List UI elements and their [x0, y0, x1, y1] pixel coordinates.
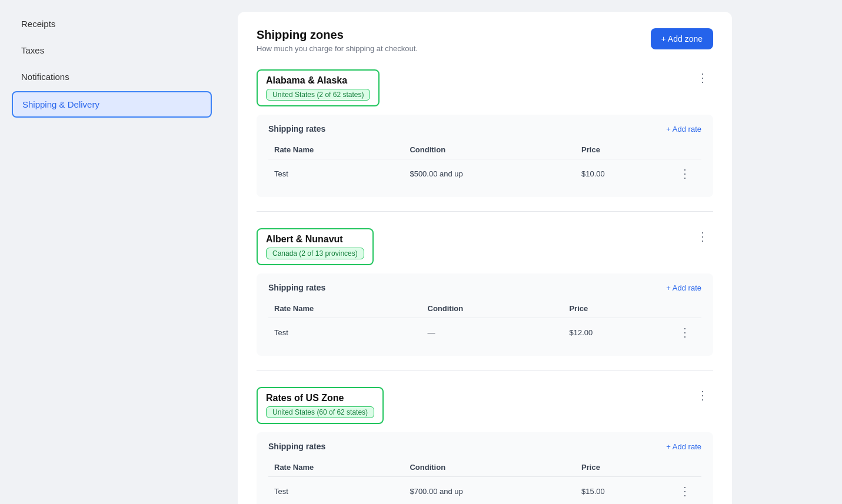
col-header-zone1-0: Rate Name — [268, 141, 404, 159]
zone-block-zone2: Albert & NunavutCanada (2 of 13 province… — [257, 228, 713, 371]
zone-tag-zone3[interactable]: Rates of US ZoneUnited States (60 of 62 … — [257, 387, 384, 424]
add-zone-button[interactable]: + Add zone — [651, 28, 713, 49]
rate-name: Test — [268, 477, 404, 505]
zone-divider — [257, 211, 713, 212]
rates-table-zone1: Rate NameConditionPriceTest$500.00 and u… — [268, 141, 701, 188]
rate-menu-button[interactable]: ⋮ — [674, 483, 695, 499]
sidebar-item-shipping-delivery[interactable]: Shipping & Delivery — [12, 91, 212, 118]
rates-header-zone1: Shipping rates+ Add rate — [268, 124, 701, 133]
page-subtitle: How much you charge for shipping at chec… — [257, 44, 418, 53]
rates-section-zone2: Shipping rates+ Add rateRate NameConditi… — [257, 273, 713, 356]
zone-menu-button-zone1[interactable]: ⋮ — [692, 69, 713, 86]
add-rate-button-zone2[interactable]: + Add rate — [666, 283, 701, 292]
rates-section-zone1: Shipping rates+ Add rateRate NameConditi… — [257, 115, 713, 197]
rates-title-zone3: Shipping rates — [268, 442, 325, 451]
rate-name: Test — [268, 318, 422, 347]
col-header-zone3-2: Price — [575, 458, 668, 477]
sidebar-item-notifications[interactable]: Notifications — [12, 65, 212, 89]
rates-table-zone3: Rate NameConditionPriceTest$700.00 and u… — [268, 458, 701, 504]
rate-name: Test — [268, 159, 404, 188]
col-header-actions — [668, 458, 701, 477]
zone-name-zone1: Alabama & Alaska — [266, 75, 370, 86]
table-row: Test—$12.00⋮ — [268, 318, 701, 347]
zone-header-zone2: Albert & NunavutCanada (2 of 13 province… — [257, 228, 713, 265]
col-header-zone3-1: Condition — [404, 458, 575, 477]
rate-condition: $500.00 and up — [404, 159, 575, 188]
table-row: Test$700.00 and up$15.00⋮ — [268, 477, 701, 505]
rates-title-zone1: Shipping rates — [268, 124, 325, 133]
rate-menu-button[interactable]: ⋮ — [674, 165, 695, 182]
sidebar-item-taxes[interactable]: Taxes — [12, 38, 212, 62]
rate-price: $10.00 — [575, 159, 668, 188]
rate-menu-button[interactable]: ⋮ — [674, 324, 695, 341]
page-title: Shipping zones — [257, 28, 418, 42]
col-header-zone2-1: Condition — [422, 299, 564, 318]
col-header-zone1-2: Price — [575, 141, 668, 159]
col-header-zone2-0: Rate Name — [268, 299, 422, 318]
zone-tag-zone1[interactable]: Alabama & AlaskaUnited States (2 of 62 s… — [257, 69, 380, 106]
content-card: Shipping zones How much you charge for s… — [238, 12, 732, 504]
add-rate-button-zone1[interactable]: + Add rate — [666, 125, 701, 133]
zone-region-zone1: United States (2 of 62 states) — [266, 89, 370, 101]
zone-name-zone3: Rates of US Zone — [266, 393, 374, 403]
zone-header-zone1: Alabama & AlaskaUnited States (2 of 62 s… — [257, 69, 713, 106]
zone-menu-button-zone2[interactable]: ⋮ — [692, 228, 713, 245]
rate-price: $15.00 — [575, 477, 668, 505]
zone-divider — [257, 370, 713, 371]
zone-header-zone3: Rates of US ZoneUnited States (60 of 62 … — [257, 387, 713, 424]
main-content: Shipping zones How much you charge for s… — [224, 0, 842, 504]
col-header-zone3-0: Rate Name — [268, 458, 404, 477]
rates-header-zone3: Shipping rates+ Add rate — [268, 442, 701, 451]
zone-block-zone1: Alabama & AlaskaUnited States (2 of 62 s… — [257, 69, 713, 212]
zone-block-zone3: Rates of US ZoneUnited States (60 of 62 … — [257, 387, 713, 504]
zone-region-zone3: United States (60 of 62 states) — [266, 406, 374, 418]
rates-title-zone2: Shipping rates — [268, 283, 325, 292]
rate-condition: $700.00 and up — [404, 477, 575, 505]
rates-table-zone2: Rate NameConditionPriceTest—$12.00⋮ — [268, 299, 701, 346]
table-row: Test$500.00 and up$10.00⋮ — [268, 159, 701, 188]
rates-header-zone2: Shipping rates+ Add rate — [268, 283, 701, 292]
rates-section-zone3: Shipping rates+ Add rateRate NameConditi… — [257, 432, 713, 504]
zone-tag-zone2[interactable]: Albert & NunavutCanada (2 of 13 province… — [257, 228, 374, 265]
zone-region-zone2: Canada (2 of 13 provinces) — [266, 248, 364, 259]
zone-menu-button-zone3[interactable]: ⋮ — [692, 387, 713, 403]
sidebar-item-receipts[interactable]: Receipts — [12, 12, 212, 36]
col-header-actions — [668, 299, 701, 318]
zone-name-zone2: Albert & Nunavut — [266, 234, 364, 245]
col-header-zone1-1: Condition — [404, 141, 575, 159]
rate-price: $12.00 — [563, 318, 668, 347]
rate-condition: — — [422, 318, 564, 347]
sidebar: ReceiptsTaxesNotificationsShipping & Del… — [0, 0, 224, 504]
page-title-group: Shipping zones How much you charge for s… — [257, 28, 418, 53]
col-header-zone2-2: Price — [563, 299, 668, 318]
zones-container: Alabama & AlaskaUnited States (2 of 62 s… — [257, 69, 713, 504]
add-rate-button-zone3[interactable]: + Add rate — [666, 442, 701, 451]
page-header: Shipping zones How much you charge for s… — [257, 28, 713, 53]
col-header-actions — [668, 141, 701, 159]
